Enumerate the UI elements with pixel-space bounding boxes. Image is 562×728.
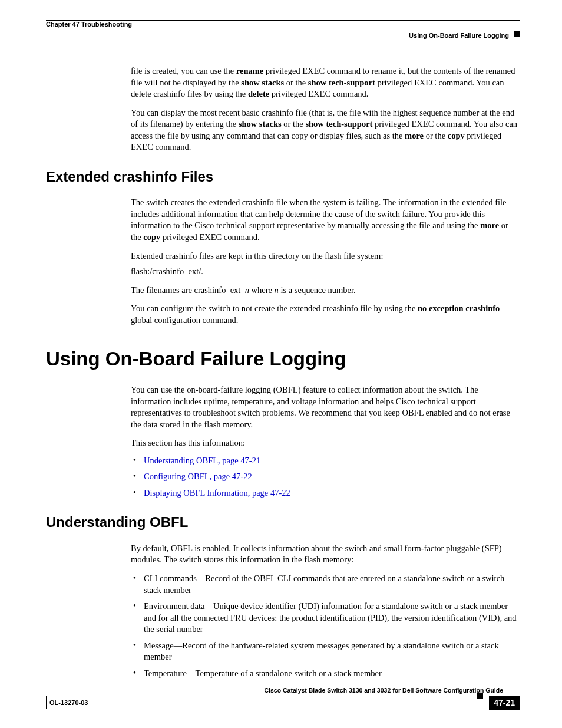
page-header: Chapter 47 Troubleshooting Using On-Boar… xyxy=(46,20,520,42)
info-list: CLI commands—Record of the OBFL CLI comm… xyxy=(131,573,520,680)
list-item: Configuring OBFL, page 47-22 xyxy=(131,471,520,483)
body-paragraph: This section has this information: xyxy=(131,437,520,449)
list-item: Displaying OBFL Information, page 47-22 xyxy=(131,487,520,499)
body-paragraph: You can display the most recent basic cr… xyxy=(131,107,520,153)
body-paragraph: The filenames are crashinfo_ext_n where … xyxy=(131,285,520,297)
body-paragraph: The switch creates the extended crashinf… xyxy=(131,197,520,243)
list-item: Environment data—Unique device identifie… xyxy=(131,601,520,635)
link-displaying-obfl[interactable]: Displaying OBFL Information, page 47-22 xyxy=(144,488,290,498)
body-paragraph: file is created, you can use the rename … xyxy=(131,65,520,100)
heading-extended-crashinfo: Extended crashinfo Files xyxy=(46,167,520,186)
footer-title: Cisco Catalyst Blade Switch 3130 and 303… xyxy=(46,686,520,694)
header-marker-icon xyxy=(514,31,520,37)
body-paragraph: Extended crashinfo files are kept in thi… xyxy=(131,251,520,262)
body-paragraph: flash:/crashinfo_ext/. xyxy=(131,266,520,278)
list-item: CLI commands—Record of the OBFL CLI comm… xyxy=(131,573,520,596)
footer-marker-icon xyxy=(477,693,483,699)
link-configuring-obfl[interactable]: Configuring OBFL, page 47-22 xyxy=(144,472,252,481)
link-list: Understanding OBFL, page 47-21 Configuri… xyxy=(131,455,520,499)
page-number: 47-21 xyxy=(489,696,520,710)
list-item: Understanding OBFL, page 47-21 xyxy=(131,455,520,467)
chapter-label: Chapter 47 Troubleshooting xyxy=(46,20,132,29)
page-footer: Cisco Catalyst Blade Switch 3130 and 303… xyxy=(46,686,520,709)
section-label: Using On-Board Failure Logging xyxy=(409,31,509,40)
heading-understanding-obfl: Understanding OBFL xyxy=(46,513,520,532)
list-item: Message—Record of the hardware-related s… xyxy=(131,640,520,663)
heading-using-obfl: Using On-Board Failure Logging xyxy=(46,346,520,373)
body-paragraph: You can configure the switch to not crea… xyxy=(131,303,520,326)
body-paragraph: By default, OBFL is enabled. It collects… xyxy=(131,543,520,566)
doc-id: OL-13270-03 xyxy=(49,699,88,707)
body-paragraph: You can use the on-board-failure logging… xyxy=(131,384,520,430)
link-understanding-obfl[interactable]: Understanding OBFL, page 47-21 xyxy=(144,456,260,465)
list-item: Temperature—Temperature of a standalone … xyxy=(131,668,520,680)
